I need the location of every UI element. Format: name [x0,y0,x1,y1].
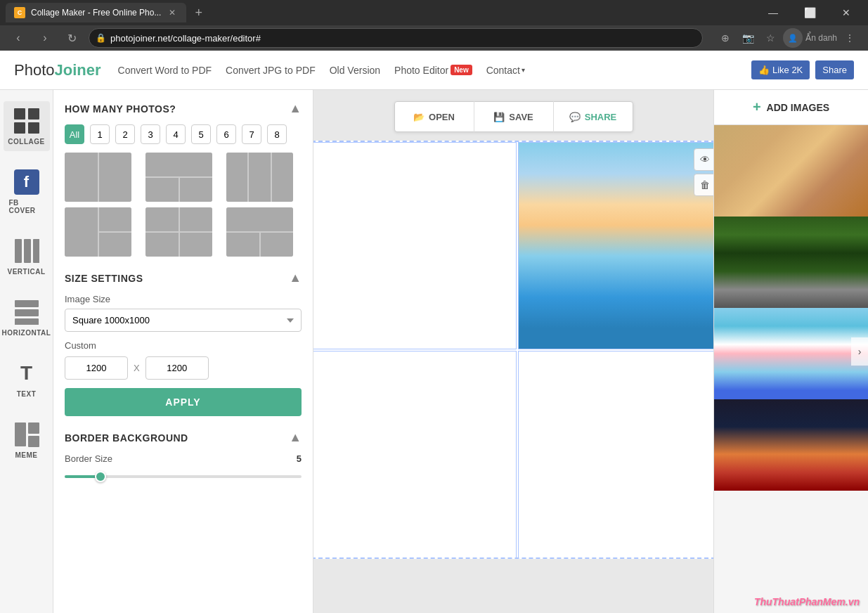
save-label: SAVE [509,112,533,122]
border-background-title: BORDER BACKGROUND [65,432,188,444]
image-size-select[interactable]: Square 1000x1000 Landscape 1200x800 Port… [65,309,302,332]
how-many-title: HOW MANY PHOTOS? [65,103,176,115]
sidebar-label-text: TEXT [17,390,37,398]
restore-button[interactable]: ⬜ [793,0,826,25]
layout-preview-6[interactable] [226,207,293,257]
sidebar-item-collage[interactable]: COLLAGE [4,101,50,151]
translate-icon[interactable]: ⊕ [715,28,735,48]
collage-canvas: 👁 🗑 [313,141,713,559]
thumbnail-2[interactable] [714,217,868,308]
layout-preview-5[interactable] [145,207,212,257]
svg-rect-9 [15,318,39,325]
horizontal-icon [13,298,41,326]
custom-width-input[interactable] [65,356,128,380]
contact-dropdown-icon[interactable]: ▾ [522,66,525,74]
open-button[interactable]: 📂 OPEN [395,101,474,132]
nav-contact[interactable]: Contact [486,65,520,76]
count-tab-6[interactable]: 6 [216,124,236,144]
svg-rect-2 [14,122,25,134]
meme-icon [13,420,41,449]
sidebar-item-text[interactable]: T TEXT [4,354,50,404]
open-icon: 📂 [413,112,425,122]
tab-close-button[interactable]: ✕ [167,7,178,18]
count-tab-4[interactable]: 4 [166,124,186,144]
share-button[interactable]: 💬 SHARE [554,101,633,132]
image-size-label: Image Size [65,294,302,304]
lp-cell [226,233,259,257]
lp-cell [226,207,293,231]
lp-cell [145,233,179,257]
lp-cell [99,233,132,257]
nav-photo-editor[interactable]: Photo Editor [394,65,448,76]
svg-rect-11 [28,422,39,434]
address-right-icons: ⊕ 📷 ☆ 👤 Ẩn danh ⋮ [715,28,860,48]
layout-preview-3[interactable] [226,153,293,202]
brand-logo[interactable]: Photo Joiner [14,61,101,79]
count-tab-3[interactable]: 3 [141,124,160,144]
thumbnail-1[interactable] [714,125,868,217]
count-tab-5[interactable]: 5 [191,124,211,144]
forward-button[interactable]: › [35,28,55,48]
layout-preview-4[interactable] [65,207,131,257]
custom-height-input[interactable] [145,356,209,380]
layout-preview-1[interactable] [65,153,131,202]
book-oranges-image [714,125,868,217]
new-tab-button[interactable]: + [195,6,202,20]
fb-cover-icon: f [13,168,41,196]
sidebar-item-horizontal[interactable]: HORIZONTAL [4,292,50,342]
sidebar-item-vertical[interactable]: VERTICAL [4,231,50,281]
size-settings-section: SIZE SETTINGS ▲ Image Size Square 1000x1… [65,271,302,416]
border-slider[interactable] [65,470,302,484]
apply-button[interactable]: APPLY [65,388,302,416]
profile-button[interactable]: 👤 [783,28,803,48]
sidebar-item-fb-cover[interactable]: f FB COVER [4,162,50,220]
border-size-row: Border Size 5 [65,453,302,464]
browser-titlebar: C Collage Maker - Free Online Pho... ✕ +… [0,0,868,25]
canvas-cell-topright[interactable]: 👁 🗑 [518,142,713,349]
canvas-toolbar: 📂 OPEN 💾 SAVE 💬 SHARE [394,101,633,132]
star-icon[interactable]: ☆ [760,28,780,48]
refresh-button[interactable]: ↻ [62,28,82,48]
save-button[interactable]: 💾 SAVE [474,101,554,132]
address-input[interactable] [89,28,703,48]
how-many-toggle[interactable]: ▲ [289,101,302,116]
canvas-cell-bottomright[interactable] [518,351,713,559]
size-settings-toggle[interactable]: ▲ [289,271,302,285]
size-settings-header: SIZE SETTINGS ▲ [65,271,302,285]
close-button[interactable]: ✕ [830,0,862,25]
canvas-cell-left[interactable] [313,142,517,349]
count-tab-all[interactable]: All [65,124,84,144]
sidebar-item-meme[interactable]: MEME [4,415,50,465]
thumbnail-4[interactable] [714,399,868,491]
count-tab-2[interactable]: 2 [115,124,135,144]
slider-thumb[interactable] [95,471,106,482]
camera-icon[interactable]: 📷 [738,28,758,48]
count-tab-8[interactable]: 8 [267,124,287,144]
lp-cell [145,178,179,202]
delete-cell-button[interactable]: 🗑 [694,174,713,196]
count-tab-1[interactable]: 1 [90,124,110,144]
menu-icon[interactable]: ⋮ [840,28,860,48]
border-background-toggle[interactable]: ▲ [289,430,302,445]
nav-convert-word[interactable]: Convert Word to PDF [118,65,212,76]
fb-thumb-icon: 👍 [758,65,770,75]
minimize-button[interactable]: — [757,0,789,25]
lp-cell [261,233,294,257]
fb-like-button[interactable]: 👍 Like 2K [751,60,810,79]
vertical-icon [13,237,41,265]
visibility-toggle-button[interactable]: 👁 [694,148,713,171]
scroll-right-arrow[interactable]: › [851,337,868,366]
thumbnail-3[interactable] [714,308,868,399]
browser-tab[interactable]: C Collage Maker - Free Online Pho... ✕ [6,3,186,22]
layout-preview-2[interactable] [145,153,212,202]
canvas-cell-bottomleft[interactable] [313,351,517,559]
fb-share-button[interactable]: Share [815,60,854,79]
count-tab-7[interactable]: 7 [242,124,261,144]
back-button[interactable]: ‹ [8,28,28,48]
nav-convert-jpg[interactable]: Convert JPG to PDF [226,65,316,76]
lp-cell [180,178,213,202]
share-icon: 💬 [569,112,581,122]
nav-old-version[interactable]: Old Version [330,65,380,76]
app-navbar: Photo Joiner Convert Word to PDF Convert… [0,51,868,90]
add-images-button[interactable]: + ADD IMAGES [714,90,868,125]
